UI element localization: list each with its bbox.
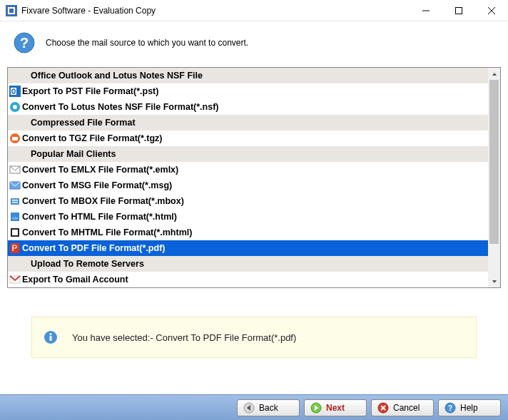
help-icon: ? (444, 402, 456, 414)
header-area: ? Choose the mail source to which you wa… (0, 21, 508, 67)
back-icon (243, 402, 255, 414)
svg-rect-20 (12, 202, 18, 203)
list-row-label: Office Outlook and Lotus Notes NSF File (22, 71, 203, 81)
footer-bar: Back Next Cancel ? Help (0, 394, 508, 420)
list-item[interactable]: Convert To EMLX File Format(*.emlx) (8, 162, 488, 178)
svg-rect-19 (12, 200, 18, 201)
info-value: Convert To PDF File Format(*.pdf) (156, 332, 296, 343)
list-row-label: Upload To Remote Servers (22, 259, 144, 269)
list-group-header: Office Outlook and Lotus Notes NSF File (8, 68, 488, 83)
list-row-label: Convert To MHTML File Format(*.mhtml) (22, 227, 192, 237)
svg-marker-28 (492, 280, 497, 283)
back-label: Back (259, 403, 278, 413)
info-icon (44, 330, 58, 344)
mhtml-icon (9, 227, 21, 238)
outlook-icon (9, 86, 21, 97)
list-row-label: Convert To PDF File Format(*.pdf) (22, 243, 165, 253)
minimize-button[interactable] (410, 0, 442, 21)
svg-rect-2 (9, 9, 14, 13)
list-item[interactable]: </>Convert To HTML File Format(*.html) (8, 209, 488, 225)
svg-point-13 (13, 105, 17, 109)
info-panel: You have selected:- Convert To PDF File … (31, 317, 477, 358)
close-button[interactable] (475, 0, 508, 21)
cancel-button[interactable]: Cancel (371, 399, 434, 416)
svg-text:</>: </> (12, 216, 19, 220)
svg-rect-4 (456, 7, 462, 14)
list-item[interactable]: Convert to TGZ File Format(*.tgz) (8, 130, 488, 146)
maximize-button[interactable] (442, 0, 475, 21)
list-row-label: Convert to TGZ File Format(*.tgz) (22, 133, 163, 143)
emlx-icon (9, 164, 21, 175)
list-item[interactable]: Convert To MSG File Format(*.msg) (8, 178, 488, 193)
scrollbar[interactable] (488, 68, 500, 287)
svg-marker-27 (492, 73, 497, 76)
svg-rect-18 (11, 198, 19, 205)
list-item[interactable]: Export To PST File Format(*.pst) (8, 83, 488, 99)
format-listbox: Office Outlook and Lotus Notes NSF FileE… (7, 67, 501, 288)
cancel-label: Cancel (393, 403, 420, 413)
msg-icon (9, 180, 21, 191)
list-item[interactable]: Convert To Lotus Notes NSF File Format(*… (8, 99, 488, 115)
scroll-up-button[interactable] (488, 68, 500, 80)
svg-rect-31 (50, 336, 52, 341)
instruction-text: Choose the mail source to which you want… (46, 38, 248, 48)
question-icon: ? (13, 31, 36, 54)
list-row-label: Convert To MSG File Format(*.msg) (22, 180, 172, 190)
list-group-header: Compressed File Format (8, 115, 488, 130)
title-bar: Fixvare Software - Evaluation Copy (0, 0, 508, 21)
next-button[interactable]: Next (304, 399, 367, 416)
list-row-label: Export To PST File Format(*.pst) (22, 86, 158, 96)
help-button[interactable]: ? Help (438, 399, 501, 416)
info-prefix: You have selected:- (72, 332, 156, 343)
scroll-thumb[interactable] (489, 80, 499, 244)
svg-text:?: ? (448, 404, 452, 412)
svg-point-30 (50, 333, 52, 335)
svg-text:?: ? (20, 35, 29, 51)
list-row-label: Popular Mail Clients (22, 149, 116, 159)
scroll-down-button[interactable] (488, 275, 500, 287)
tgz-icon (9, 133, 21, 144)
list-group-header: Popular Mail Clients (8, 146, 488, 162)
list-item[interactable]: Export To Gmail Account (8, 272, 488, 287)
gmail-icon (9, 274, 21, 285)
svg-rect-24 (12, 230, 18, 235)
info-text: You have selected:- Convert To PDF File … (72, 332, 296, 343)
scroll-track[interactable] (488, 80, 500, 275)
list-item[interactable]: Convert To MHTML File Format(*.mhtml) (8, 225, 488, 240)
nsf-icon (9, 101, 21, 113)
cancel-icon (377, 402, 389, 414)
list-row-label: Convert To Lotus Notes NSF File Format(*… (22, 102, 218, 112)
next-label: Next (326, 403, 345, 413)
app-icon (6, 5, 17, 16)
next-icon (310, 402, 322, 414)
help-label: Help (460, 403, 478, 413)
list-row-label: Export To Gmail Account (22, 275, 128, 285)
list-row-label: Convert To HTML File Format(*.html) (22, 212, 177, 222)
svg-rect-15 (12, 137, 18, 140)
list-row-label: Compressed File Format (22, 118, 136, 128)
pdf-icon (9, 242, 21, 254)
list-item[interactable]: Convert To PDF File Format(*.pdf) (8, 240, 488, 256)
list-row-label: Convert To MBOX File Format(*.mbox) (22, 196, 184, 206)
window-title: Fixvare Software - Evaluation Copy (21, 6, 410, 16)
html-icon: </> (9, 211, 21, 222)
back-button[interactable]: Back (237, 399, 300, 416)
list-row-label: Convert To EMLX File Format(*.emlx) (22, 165, 178, 175)
list-item[interactable]: Convert To MBOX File Format(*.mbox) (8, 193, 488, 209)
mbox-icon (9, 195, 21, 207)
list-group-header: Upload To Remote Servers (8, 256, 488, 272)
